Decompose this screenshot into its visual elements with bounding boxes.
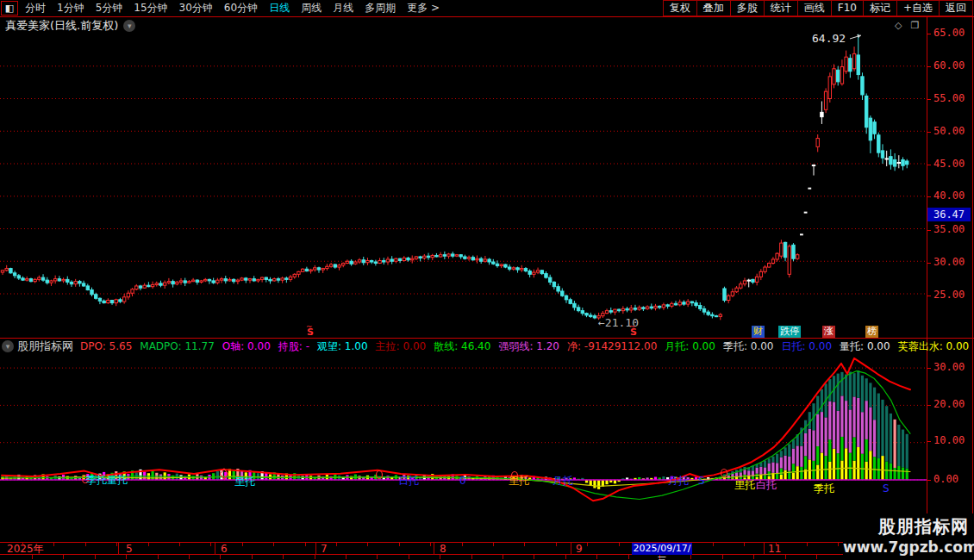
timeline-tick (462, 543, 463, 546)
timeline-separator (118, 543, 119, 555)
toolbar-button-0[interactable]: 复权 (663, 0, 697, 16)
indicator-signal-label: 里托 (734, 479, 755, 491)
indicator-signal-label: 季托量托 (86, 474, 128, 486)
indicator-value-8: 净: -91429112.00 (567, 339, 657, 354)
timeframe-tab-10[interactable]: 更多 > (407, 1, 440, 16)
timeline-month-label: 6 (221, 544, 228, 555)
indicator-signal-label: 季托 (814, 482, 834, 495)
timeline-tick (430, 543, 431, 546)
timeframe-tab-4[interactable]: 30分钟 (179, 1, 213, 16)
right-border-line (972, 17, 973, 543)
indicator-source-label: 股朋指标网 (17, 339, 73, 354)
timeframe-tab-3[interactable]: 15分钟 (134, 1, 167, 16)
price-axis-label: 50.00 (933, 125, 965, 137)
timeline-tick (22, 543, 23, 546)
indicator-signal-label: S (883, 482, 890, 495)
indicator-value-5: 主拉: 0.00 (376, 339, 427, 354)
indicator-signal-label: 里托 (509, 475, 529, 487)
subrow-tick (95, 555, 96, 559)
timeline-separator (764, 543, 765, 555)
timeframe-tab-8[interactable]: 月线 (333, 1, 353, 16)
timeframe-tab-6[interactable]: 日线 (269, 1, 290, 16)
timeline-tick (556, 543, 557, 546)
chevron-down-icon[interactable]: ▾ (123, 20, 135, 32)
crosshair-date-box: 2025/09/17/三 (632, 543, 692, 555)
subrow-tick (785, 555, 786, 559)
subrow-tick (32, 555, 33, 559)
status-badge: 榜 (865, 326, 878, 338)
subrow-tick (377, 555, 378, 559)
toolbar-button-1[interactable]: 叠加 (696, 0, 731, 16)
current-price-marker: 36.47 (927, 208, 971, 221)
timeline-tick (367, 543, 368, 546)
timeframe-tab-0[interactable]: 分时 (25, 1, 46, 16)
subrow-tick (158, 555, 159, 559)
indicator-signal-label: 白托 (756, 479, 777, 491)
subrow-tick (565, 555, 566, 559)
page-title: 真爱美家(日线.前复权) (5, 18, 118, 34)
main-candlestick-chart[interactable]: 64.92←21.10S~S~ (0, 17, 927, 339)
timeline-tick (587, 543, 588, 546)
timeframe-tab-1[interactable]: 1分钟 (57, 1, 84, 16)
window-split-icon[interactable]: ◧ (1, 1, 18, 16)
timeframe-tab-7[interactable]: 周线 (301, 1, 322, 16)
toolbar-button-3[interactable]: 统计 (764, 0, 798, 16)
timeline-tick (619, 543, 620, 546)
indicator-value-13: 芙蓉出水: 0.00 (898, 339, 970, 354)
subrow-tick (503, 555, 503, 559)
timeline-separator (215, 543, 215, 555)
timeline-month-label: 8 (440, 544, 446, 555)
indicator-signal-label: S (698, 475, 705, 487)
chart-corner-icons[interactable]: ◇❐ (895, 20, 927, 31)
toolbar-button-2[interactable]: 多股 (730, 0, 765, 16)
timeline-tick (776, 543, 777, 546)
subrow-tick (220, 555, 221, 559)
subrow-tick (189, 555, 190, 559)
svg-text:~: ~ (629, 322, 636, 331)
subrow-tick (596, 555, 597, 559)
timeline-tick (399, 543, 400, 546)
timeline-tick (336, 543, 337, 546)
watermark-url: www.7gpzb.com (843, 538, 969, 556)
timeline-ruler[interactable]: 2025年 2025/09/17/三 5678911 (0, 542, 974, 555)
timeframe-tab-9[interactable]: 多周期 (365, 1, 396, 16)
indicator-signal-label: 月托 (668, 475, 689, 487)
timeline-year-label: 2025年 (7, 544, 44, 555)
price-axis-label: 45.00 (933, 158, 965, 170)
indicator-value-10: 季托: 0.00 (723, 339, 774, 354)
price-axis-label: 40.00 (933, 190, 965, 202)
watermark-site-name: 股朋指标网 (843, 515, 969, 538)
timeline-tick (179, 543, 180, 546)
timeline-tick (744, 543, 745, 546)
chevron-down-icon[interactable]: ▾ (2, 340, 14, 352)
indicator-panel-chart[interactable]: 季托量托里托日托0里托月托月托S里托白托季托S (0, 339, 927, 542)
timeline-tick (273, 543, 274, 546)
subrow-tick (440, 555, 440, 559)
timeline-tick (242, 543, 243, 546)
timeline-tick (210, 543, 211, 546)
toolbar-button-4[interactable]: 画线 (797, 0, 832, 16)
timeline-tick (116, 543, 117, 546)
timeframe-tab-5[interactable]: 60分钟 (224, 1, 258, 16)
timeframe-tab-2[interactable]: 5分钟 (96, 1, 123, 16)
price-axis-label: 55.00 (933, 92, 965, 104)
status-badge: 涨 (822, 326, 835, 338)
indicator-axis-label: 10.00 (933, 434, 965, 446)
price-axis-label: 60.00 (933, 59, 965, 72)
toolbar-button-7[interactable]: +自选 (896, 0, 940, 16)
indicator-value-11: 日托: 0.00 (781, 339, 832, 354)
toolbar-button-5[interactable]: F10 (831, 0, 864, 16)
svg-text:~: ~ (306, 322, 313, 331)
timeline-subrow (0, 555, 974, 560)
indicator-value-12: 量托: 0.00 (840, 339, 890, 354)
toolbar-button-6[interactable]: 标记 (863, 0, 897, 16)
status-badge: 财 (752, 326, 765, 338)
toolbar-button-8[interactable]: 返回 (939, 0, 973, 16)
subrow-tick (753, 555, 754, 559)
trading-app-window: ◧ 分时1分钟5分钟15分钟30分钟60分钟日线周线月线多周期更多 > 复权叠加… (0, 0, 974, 560)
timeline-tick (53, 543, 54, 546)
price-axis-label: 25.00 (933, 289, 965, 301)
timeline-month-label: 11 (768, 544, 781, 555)
indicator-value-9: 月托: 0.00 (665, 339, 715, 354)
subrow-tick (816, 555, 817, 559)
